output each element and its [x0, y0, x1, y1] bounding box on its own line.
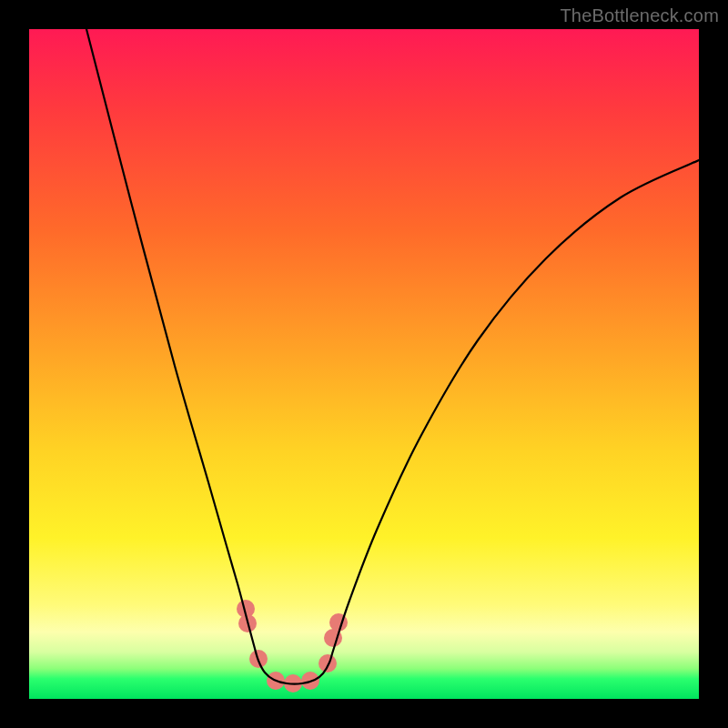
- curve-svg: [29, 29, 699, 699]
- watermark-text: TheBottleneck.com: [560, 5, 719, 26]
- bottleneck-curve: [86, 29, 699, 684]
- trough-marker: [318, 654, 337, 672]
- chart-frame: TheBottleneck.com: [0, 0, 728, 728]
- plot-area: [29, 29, 699, 699]
